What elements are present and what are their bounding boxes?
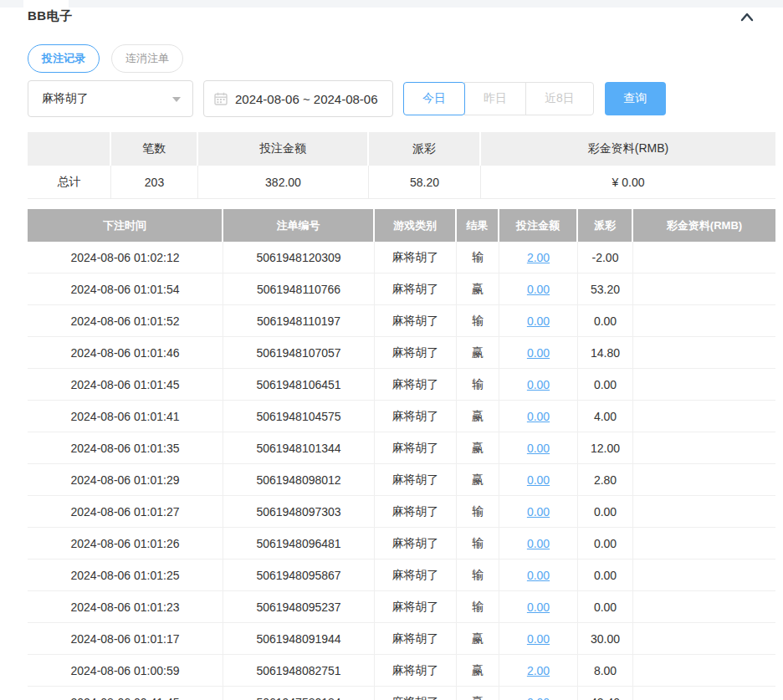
caret-down-icon bbox=[172, 97, 181, 102]
table-row: 2024-08-06 01:01:25 5061948095867 麻将胡了 输… bbox=[28, 559, 775, 591]
cell-result: 赢 bbox=[457, 273, 499, 305]
cell-jackpot bbox=[633, 496, 775, 528]
game-select[interactable]: 麻将胡了 bbox=[28, 80, 193, 117]
bet-amount-link[interactable]: 0.00 bbox=[527, 600, 550, 614]
bet-amount-link[interactable]: 0.00 bbox=[527, 378, 550, 391]
tab-bet-records[interactable]: 投注记录 bbox=[28, 44, 100, 73]
cell-result: 赢 bbox=[457, 655, 499, 687]
table-row: 2024-08-06 01:01:41 5061948104575 麻将胡了 赢… bbox=[28, 401, 775, 432]
cell-time: 2024-08-06 01:01:45 bbox=[28, 369, 223, 401]
cell-order-id: 5061948120309 bbox=[223, 242, 375, 273]
bet-amount-link[interactable]: 0.00 bbox=[527, 346, 550, 360]
tab-cancelled-orders[interactable]: 连消注单 bbox=[111, 44, 183, 73]
cell-jackpot bbox=[633, 559, 775, 591]
summary-total-bet-amount: 382.00 bbox=[198, 166, 369, 199]
bet-amount-link[interactable]: 0.00 bbox=[527, 473, 550, 487]
cell-payout: 14.80 bbox=[578, 337, 633, 369]
cell-game: 麻将胡了 bbox=[375, 528, 457, 559]
cell-order-id: 5061948104575 bbox=[223, 401, 375, 432]
cell-jackpot bbox=[633, 305, 775, 337]
summary-total-payout: 58.20 bbox=[369, 166, 481, 199]
cell-jackpot bbox=[633, 369, 775, 401]
cell-payout: 53.20 bbox=[578, 273, 633, 305]
cell-order-id: 5061947580184 bbox=[223, 687, 375, 700]
cell-game: 麻将胡了 bbox=[375, 337, 457, 369]
cell-bet-amount: 0.00 bbox=[499, 496, 578, 528]
quick-yesterday-button[interactable]: 昨日 bbox=[464, 82, 526, 115]
cell-jackpot bbox=[633, 687, 775, 700]
cell-game: 麻将胡了 bbox=[375, 464, 457, 496]
quick-last8days-button[interactable]: 近8日 bbox=[525, 82, 594, 115]
cell-jackpot bbox=[633, 591, 775, 623]
cell-result: 赢 bbox=[457, 623, 499, 655]
detail-header-bet-amount: 投注金额 bbox=[499, 209, 578, 242]
date-range-value: 2024-08-06 ~ 2024-08-06 bbox=[235, 92, 378, 106]
table-row: 2024-08-06 00:41:45 5061947580184 麻将胡了 赢… bbox=[28, 687, 775, 700]
cell-payout: 0.00 bbox=[578, 559, 633, 591]
bet-amount-link[interactable]: 0.00 bbox=[527, 410, 550, 423]
bet-amount-link[interactable]: 0.00 bbox=[527, 283, 550, 296]
bet-amount-link[interactable]: 0.00 bbox=[527, 569, 550, 582]
cell-time: 2024-08-06 01:01:29 bbox=[28, 464, 223, 496]
cell-bet-amount: 0.00 bbox=[499, 591, 578, 623]
date-range-picker[interactable]: 2024-08-06 ~ 2024-08-06 bbox=[203, 80, 393, 117]
cell-order-id: 5061948110766 bbox=[223, 273, 375, 305]
cell-result: 输 bbox=[457, 242, 499, 273]
cell-result: 输 bbox=[457, 528, 499, 559]
cell-time: 2024-08-06 00:41:45 bbox=[28, 687, 223, 700]
game-select-value: 麻将胡了 bbox=[42, 91, 89, 106]
cell-time: 2024-08-06 01:01:26 bbox=[28, 528, 223, 559]
bet-amount-link[interactable]: 0.00 bbox=[527, 537, 550, 550]
table-row: 2024-08-06 01:01:29 5061948098012 麻将胡了 赢… bbox=[28, 464, 775, 496]
cell-payout: 0.00 bbox=[578, 496, 633, 528]
cell-jackpot bbox=[633, 337, 775, 369]
quick-today-button[interactable]: 今日 bbox=[403, 82, 465, 115]
cell-result: 赢 bbox=[457, 432, 499, 464]
cell-jackpot bbox=[633, 623, 775, 655]
summary-header-count: 笔数 bbox=[111, 132, 198, 166]
cell-payout: 43.40 bbox=[578, 687, 633, 700]
cell-bet-amount: 0.00 bbox=[499, 369, 578, 401]
bet-amount-link[interactable]: 0.00 bbox=[527, 442, 550, 455]
cell-bet-amount: 0.00 bbox=[499, 432, 578, 464]
cell-game: 麻将胡了 bbox=[375, 242, 457, 273]
cell-bet-amount: 0.00 bbox=[499, 623, 578, 655]
table-row: 2024-08-06 01:02:12 5061948120309 麻将胡了 输… bbox=[28, 242, 775, 273]
bet-amount-link[interactable]: 2.00 bbox=[527, 664, 550, 677]
cell-game: 麻将胡了 bbox=[375, 273, 457, 305]
cell-bet-amount: 0.00 bbox=[499, 464, 578, 496]
bet-amount-link[interactable]: 0.00 bbox=[527, 314, 550, 328]
cell-time: 2024-08-06 01:01:35 bbox=[28, 432, 223, 464]
cell-order-id: 5061948095237 bbox=[223, 591, 375, 623]
top-strip-notch bbox=[23, 0, 69, 8]
detail-header-result: 结果 bbox=[457, 209, 499, 242]
bet-amount-link[interactable]: 2.00 bbox=[527, 251, 550, 264]
bet-amount-link[interactable]: 0.00 bbox=[527, 505, 550, 519]
cell-result: 输 bbox=[457, 496, 499, 528]
cell-order-id: 5061948097303 bbox=[223, 496, 375, 528]
cell-result: 赢 bbox=[457, 687, 499, 700]
cell-bet-amount: 2.00 bbox=[499, 655, 578, 687]
chevron-up-icon[interactable] bbox=[738, 9, 756, 28]
detail-header-jackpot: 彩金资料(RMB) bbox=[633, 209, 775, 242]
bet-amount-link[interactable]: 0.00 bbox=[527, 632, 550, 646]
cell-order-id: 5061948095867 bbox=[223, 559, 375, 591]
summary-header-blank bbox=[28, 132, 111, 166]
cell-jackpot bbox=[633, 464, 775, 496]
filter-bar: 麻将胡了 2024-08-06 ~ 2024-08-06 今日 昨日 近8日 查… bbox=[28, 80, 666, 117]
search-button[interactable]: 查询 bbox=[605, 82, 666, 115]
tab-bar: 投注记录 连消注单 bbox=[28, 44, 183, 73]
bet-records-panel: BB电子 投注记录 连消注单 麻将胡了 2024-08-06 ~ bbox=[0, 0, 783, 700]
cell-payout: 0.00 bbox=[578, 528, 633, 559]
detail-header-time: 下注时间 bbox=[28, 209, 223, 242]
table-row: 2024-08-06 01:01:35 5061948101344 麻将胡了 赢… bbox=[28, 432, 775, 464]
summary-total-row: 总计 203 382.00 58.20 ¥ 0.00 bbox=[28, 166, 775, 199]
cell-order-id: 5061948101344 bbox=[223, 432, 375, 464]
summary-header-row: 笔数 投注金额 派彩 彩金资料(RMB) bbox=[28, 132, 775, 166]
cell-bet-amount: 0.00 bbox=[499, 559, 578, 591]
bet-amount-link[interactable]: 0.00 bbox=[527, 696, 550, 700]
cell-payout: 0.00 bbox=[578, 591, 633, 623]
cell-result: 输 bbox=[457, 369, 499, 401]
table-row: 2024-08-06 01:01:52 5061948110197 麻将胡了 输… bbox=[28, 305, 775, 337]
cell-bet-amount: 0.00 bbox=[499, 401, 578, 432]
